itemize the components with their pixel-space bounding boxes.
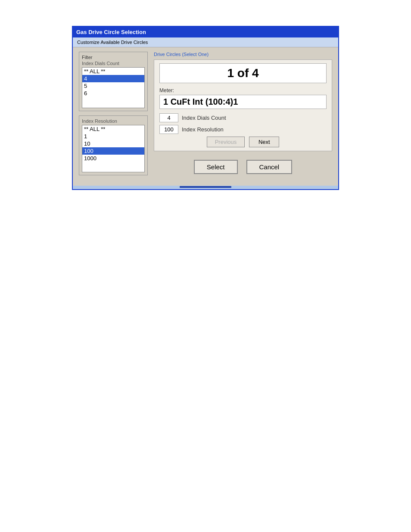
nav-row: Previous Next (159, 137, 327, 147)
filter-label: Filter (82, 55, 145, 60)
index-resolution-group: Index Resolution ** ALL ** 1 10 100 1000 (79, 115, 148, 175)
select-button[interactable]: Select (194, 160, 238, 174)
listbox-item-all-dials[interactable]: ** ALL ** (82, 68, 144, 75)
meter-label: Meter: (159, 87, 327, 93)
dialog-subtitle-bar: Customize Available Drive Circles (73, 37, 338, 47)
dialog-body: Filter Index Dials Count ** ALL ** 4 5 6… (73, 47, 338, 186)
listbox-item-6[interactable]: 6 (82, 90, 144, 97)
listbox-item-10[interactable]: 10 (82, 140, 144, 147)
listbox-item-all-res[interactable]: ** ALL ** (82, 125, 144, 133)
dialog-title-bar: Gas Drive Circle Selection (73, 27, 338, 37)
drive-circles-box: 1 of 4 Meter: 1 CuFt Int (100:4)1 4 Inde… (154, 59, 332, 151)
index-dials-value: 4 (159, 113, 178, 122)
gas-drive-circle-dialog: Gas Drive Circle Selection Customize Ava… (72, 26, 339, 190)
dialog-subtitle: Customize Available Drive Circles (77, 40, 148, 45)
filter-group: Filter Index Dials Count ** ALL ** 4 5 6 (79, 52, 148, 111)
index-dials-listbox[interactable]: ** ALL ** 4 5 6 (82, 67, 145, 108)
next-button[interactable]: Next (249, 137, 279, 147)
index-resolution-detail-row: 100 Index Resolution (159, 125, 327, 134)
listbox-item-100[interactable]: 100 (82, 147, 144, 155)
index-resolution-listbox[interactable]: ** ALL ** 1 10 100 1000 (82, 125, 145, 172)
previous-button[interactable]: Previous (207, 137, 245, 147)
meter-value: 1 CuFt Int (100:4)1 (159, 95, 327, 109)
drive-circles-panel: Drive Circles (Select One) 1 of 4 Meter:… (154, 52, 332, 180)
listbox-item-1[interactable]: 1 (82, 133, 144, 140)
bottom-bar (73, 186, 338, 189)
bottom-bar-inner (180, 186, 231, 188)
counter-display: 1 of 4 (159, 63, 327, 83)
listbox-item-5[interactable]: 5 (82, 82, 144, 90)
index-resolution-label: Index Resolution (82, 118, 145, 124)
index-resolution-desc: Index Resolution (182, 126, 224, 133)
index-dials-detail-row: 4 Index Dials Count (159, 113, 327, 122)
dialog-title: Gas Drive Circle Selection (76, 29, 146, 35)
action-row: Select Cancel (154, 156, 332, 176)
index-dials-count-label: Index Dials Count (82, 61, 145, 66)
index-resolution-value: 100 (159, 125, 178, 134)
cancel-button[interactable]: Cancel (246, 160, 293, 174)
drive-circles-label: Drive Circles (Select One) (154, 52, 332, 57)
index-dials-desc: Index Dials Count (182, 115, 226, 121)
listbox-item-1000[interactable]: 1000 (82, 155, 144, 162)
filter-panel: Filter Index Dials Count ** ALL ** 4 5 6… (79, 52, 148, 180)
listbox-item-4[interactable]: 4 (82, 75, 144, 82)
